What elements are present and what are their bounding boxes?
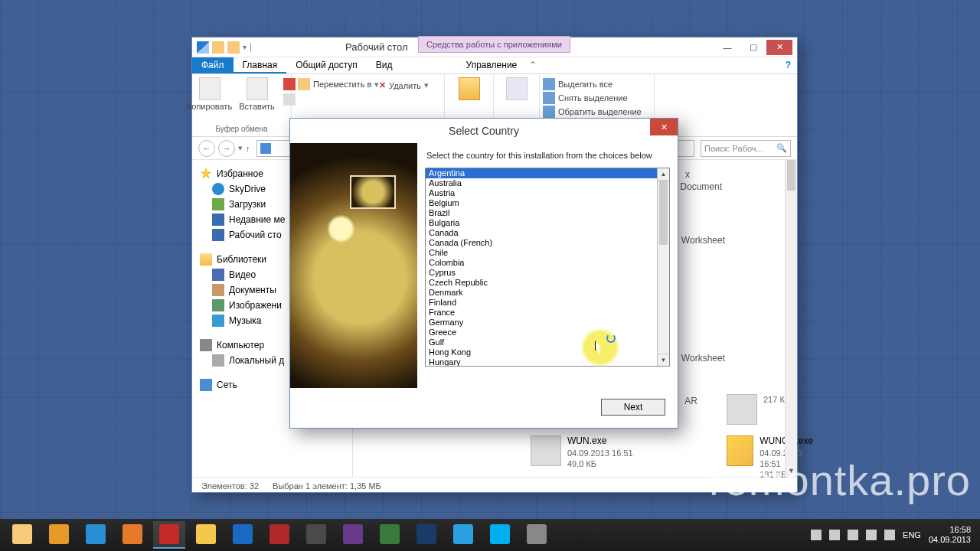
window-icon xyxy=(197,41,209,54)
move-to-button[interactable]: Переместить в▾ xyxy=(298,77,379,91)
close-button[interactable]: ✕ xyxy=(766,40,792,55)
tray-icon[interactable] xyxy=(811,530,822,540)
country-option[interactable]: Australia xyxy=(426,178,657,188)
tray-icon[interactable] xyxy=(829,530,840,540)
python-icon xyxy=(380,524,400,544)
country-option[interactable]: Germany xyxy=(426,318,657,328)
country-option[interactable]: Canada xyxy=(426,228,657,238)
taskbar-store[interactable] xyxy=(43,521,75,549)
list-scroll-down-icon[interactable]: ▼ xyxy=(658,354,669,366)
forward-button[interactable]: → xyxy=(218,140,235,157)
country-option[interactable]: Czech Republic xyxy=(426,278,657,288)
country-option[interactable]: Hungary xyxy=(426,357,657,366)
country-option[interactable]: Gulf xyxy=(426,337,657,347)
select-all-button[interactable]: Выделить все xyxy=(543,77,612,91)
content-scrollbar[interactable]: ▲ ▼ xyxy=(785,160,797,477)
help-icon[interactable]: ? xyxy=(779,57,797,73)
tab-share[interactable]: Общий доступ xyxy=(286,57,367,73)
firefox-icon xyxy=(122,524,142,544)
select-none-button[interactable]: Снять выделение xyxy=(543,91,628,105)
country-option[interactable]: France xyxy=(426,308,657,318)
taskbar-chrome[interactable] xyxy=(190,521,222,549)
list-scroll-up-icon[interactable]: ▲ xyxy=(658,168,669,181)
file-item[interactable]: 217 КБ xyxy=(727,394,790,425)
taskbar-photoshop[interactable] xyxy=(410,521,443,549)
window-title: Рабочий стол xyxy=(345,41,408,53)
properties-button[interactable] xyxy=(495,77,538,100)
file-item[interactable]: WUN.exe04.09.2013 16:5149,0 КБ xyxy=(531,435,633,469)
minimize-button[interactable]: — xyxy=(714,40,740,55)
country-option[interactable]: Bulgaria xyxy=(426,218,657,228)
chrome-icon xyxy=(196,524,216,544)
explorer-icon xyxy=(12,524,32,544)
taskbar-installer[interactable] xyxy=(521,521,553,549)
qat-new-icon[interactable] xyxy=(212,41,224,54)
taskbar[interactable]: ENG 16:58 04.09.2013 xyxy=(0,519,980,551)
taskbar-opera[interactable] xyxy=(153,521,185,549)
dialog-titlebar[interactable]: Select Country ✕ xyxy=(290,119,678,143)
tab-manage[interactable]: Управление xyxy=(457,57,527,73)
taskbar-filezilla[interactable] xyxy=(263,521,296,549)
tray-volume-icon[interactable] xyxy=(884,530,895,540)
invert-selection-button[interactable]: Обратить выделение xyxy=(543,105,642,119)
system-tray[interactable]: ENG 16:58 04.09.2013 xyxy=(811,525,974,545)
taskbar-firefox[interactable] xyxy=(116,521,149,549)
country-option[interactable]: Austria xyxy=(426,188,657,198)
country-option[interactable]: Brazil xyxy=(426,208,657,218)
twitter-icon xyxy=(453,524,473,544)
skype-icon xyxy=(490,524,510,544)
tab-view[interactable]: Вид xyxy=(367,57,402,73)
qat-dropdown-icon[interactable]: ▾ │ xyxy=(243,43,253,51)
country-option[interactable]: Finland xyxy=(426,298,657,308)
taskbar-utorrent[interactable] xyxy=(337,521,369,549)
country-listbox[interactable]: ArgentinaAustraliaAustriaBelgiumBrazilBu… xyxy=(425,168,670,367)
country-option[interactable]: Canada (French) xyxy=(426,238,657,248)
copy-button[interactable]: Копировать xyxy=(188,77,231,111)
taskbar-skype[interactable] xyxy=(484,521,516,549)
photoshop-icon xyxy=(416,524,436,544)
sublime-icon xyxy=(306,524,326,544)
qat-folder-icon[interactable] xyxy=(227,41,240,54)
country-option[interactable]: Belgium xyxy=(426,198,657,208)
back-button[interactable]: ← xyxy=(198,140,215,157)
dialog-close-button[interactable]: ✕ xyxy=(650,119,678,135)
list-scrollbar[interactable]: ▲ ▼ xyxy=(657,168,669,366)
dialog-title: Select Country xyxy=(449,125,519,137)
maximize-button[interactable]: ▢ xyxy=(740,40,766,55)
taskbar-outlook[interactable] xyxy=(227,521,259,549)
tray-network-icon[interactable] xyxy=(866,530,877,540)
history-dropdown-icon[interactable]: ▾ xyxy=(238,143,243,153)
paste-button[interactable]: Вставить xyxy=(236,77,279,111)
tray-clock[interactable]: 16:58 04.09.2013 xyxy=(929,525,971,545)
new-folder-button[interactable] xyxy=(448,77,491,100)
country-option[interactable]: Cyprus xyxy=(426,268,657,278)
store-icon xyxy=(49,524,69,544)
country-option[interactable]: Denmark xyxy=(426,288,657,298)
next-button[interactable]: Next xyxy=(601,399,665,416)
tab-file[interactable]: Файл xyxy=(192,57,234,73)
tray-icon[interactable] xyxy=(848,530,858,540)
list-scroll-thumb[interactable] xyxy=(659,181,668,245)
scroll-thumb[interactable] xyxy=(787,160,795,191)
taskbar-python[interactable] xyxy=(374,521,406,549)
opera-icon xyxy=(159,524,179,544)
watermark: remontka.pro xyxy=(709,455,971,505)
up-button[interactable]: ↑ xyxy=(246,144,250,153)
taskbar-twitter[interactable] xyxy=(447,521,479,549)
taskbar-explorer[interactable] xyxy=(6,521,38,549)
tab-home[interactable]: Главная xyxy=(234,57,287,73)
ribbon-tabs: Средства работы с приложениями Файл Глав… xyxy=(192,57,797,74)
taskbar-ie[interactable] xyxy=(80,521,112,549)
dialog-instruction: Select the country for this installation… xyxy=(425,143,670,168)
tray-language[interactable]: ENG xyxy=(903,530,921,540)
country-option[interactable]: Chile xyxy=(426,248,657,258)
country-option[interactable]: Hong Kong xyxy=(426,347,657,357)
delete-button[interactable]: ✕Удалить▾ xyxy=(379,80,429,91)
country-option[interactable]: Argentina xyxy=(426,168,657,178)
location-icon xyxy=(260,143,271,154)
country-option[interactable]: Colombia xyxy=(426,258,657,268)
ribbon-collapse-icon[interactable]: ⌃ xyxy=(526,57,540,73)
search-box[interactable]: Поиск: Рабоч... 🔍 xyxy=(701,140,791,157)
taskbar-sublime[interactable] xyxy=(300,521,332,549)
country-option[interactable]: Greece xyxy=(426,328,657,337)
